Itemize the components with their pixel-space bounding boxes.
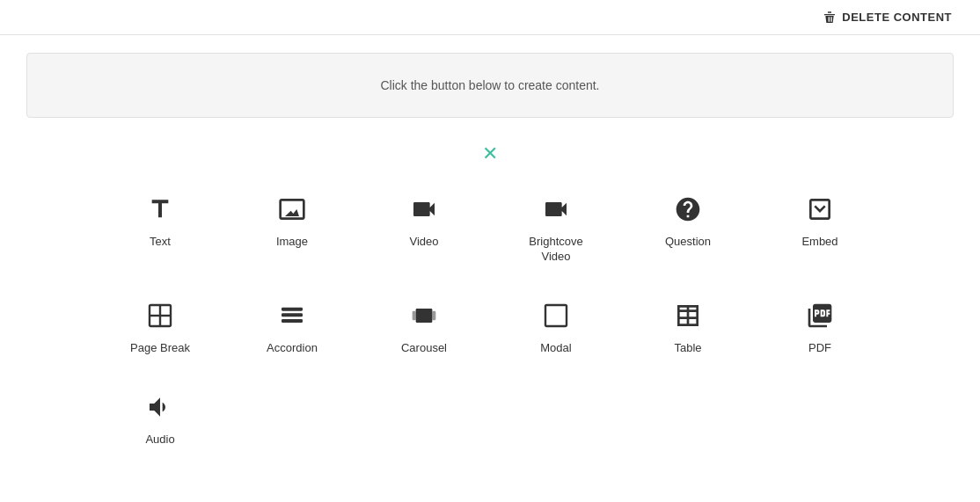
content-item-table-label: Table (674, 341, 701, 356)
content-item-video[interactable]: Video (358, 181, 490, 279)
video-icon (410, 195, 438, 228)
audio-icon (146, 393, 174, 426)
svg-rect-8 (432, 310, 435, 320)
content-item-text-label: Text (150, 235, 171, 250)
svg-rect-5 (282, 319, 303, 323)
svg-rect-3 (282, 307, 303, 310)
content-item-video-label: Video (409, 235, 438, 250)
close-icon: ✕ (482, 142, 498, 164)
carousel-icon (410, 302, 438, 334)
svg-rect-7 (413, 310, 416, 320)
content-item-image-label: Image (276, 235, 308, 250)
trash-icon (823, 11, 837, 25)
content-item-brightcove-label: BrightcoveVideo (529, 235, 582, 265)
close-button[interactable]: ✕ (482, 144, 498, 164)
top-bar: DELETE CONTENT (0, 0, 980, 35)
content-item-brightcove[interactable]: BrightcoveVideo (490, 181, 622, 279)
content-item-page-break-label: Page Break (130, 341, 190, 356)
svg-rect-6 (416, 309, 433, 323)
page-break-icon (146, 302, 174, 334)
image-icon (278, 195, 306, 228)
content-area: Click the button below to create content… (0, 35, 980, 479)
content-item-image[interactable]: Image (226, 181, 358, 279)
close-row: ✕ (26, 144, 954, 164)
content-item-embed[interactable]: Embed (754, 181, 886, 279)
brightcove-icon (542, 195, 570, 228)
svg-rect-9 (545, 305, 567, 326)
content-item-carousel-label: Carousel (401, 341, 447, 356)
table-icon (674, 302, 702, 334)
content-item-embed-label: Embed (801, 235, 837, 250)
content-item-table[interactable]: Table (622, 287, 754, 370)
delete-content-button[interactable]: DELETE CONTENT (812, 5, 962, 30)
content-item-accordion[interactable]: Accordion (226, 287, 358, 370)
svg-rect-4 (282, 313, 303, 316)
content-item-modal[interactable]: Modal (490, 287, 622, 370)
content-item-audio-label: Audio (145, 433, 174, 447)
content-item-audio[interactable]: Audio (94, 379, 226, 462)
content-item-text[interactable]: Text (94, 181, 226, 279)
modal-icon (542, 302, 570, 334)
content-item-question-label: Question (665, 235, 711, 250)
pdf-icon (806, 302, 834, 334)
content-item-pdf-label: PDF (808, 341, 831, 356)
content-grid: Text Image Video BrightcoveVideo (94, 181, 886, 462)
text-icon (146, 195, 174, 228)
content-item-page-break[interactable]: Page Break (94, 287, 226, 370)
question-icon (674, 195, 702, 228)
info-banner: Click the button below to create content… (26, 53, 954, 118)
content-item-carousel[interactable]: Carousel (358, 287, 490, 370)
content-item-modal-label: Modal (540, 341, 571, 356)
content-item-question[interactable]: Question (622, 181, 754, 279)
embed-icon (806, 195, 834, 228)
accordion-icon (278, 302, 306, 334)
content-item-pdf[interactable]: PDF (754, 287, 886, 370)
content-item-accordion-label: Accordion (267, 341, 318, 356)
